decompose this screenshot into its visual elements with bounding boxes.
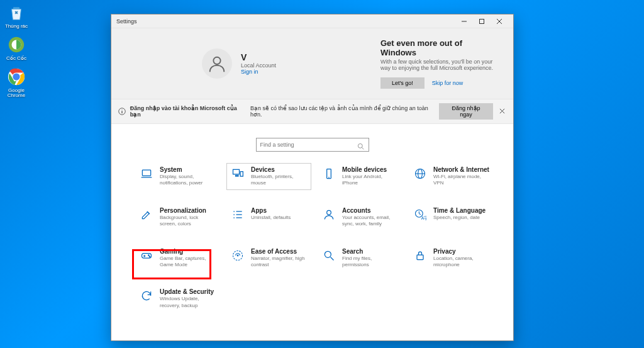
sign-in-link[interactable]: Sign in [241,69,276,75]
search-input[interactable] [260,142,357,148]
tile-ease-of-access[interactable]: Ease of AccessNarrator, magnifier, high … [226,245,311,272]
minimize-button[interactable] [455,15,473,28]
promo-title: Get even more out of Windows [380,38,498,57]
search-box[interactable] [256,138,369,152]
tile-label: Privacy [433,248,489,255]
desktop-icon-label: Google Chrome [3,88,30,99]
lock-icon [413,248,427,262]
svg-rect-17 [142,170,150,176]
tile-personalization[interactable]: PersonalizationBackground, lock screen, … [135,204,220,231]
svg-line-47 [331,257,334,260]
tile-desc: Bluetooth, printers, mouse [251,174,307,187]
desktop-icon-chrome[interactable]: Google Chrome [3,67,30,99]
tile-label: Apps [251,207,291,214]
svg-line-37 [419,213,421,215]
svg-line-16 [362,148,364,150]
tile-gaming[interactable]: GamingGame Bar, captures, Game Mode [135,245,220,272]
svg-point-43 [149,256,150,257]
apps-icon [231,207,245,221]
svg-point-15 [358,143,362,148]
svg-line-27 [147,211,150,214]
profile-name: V [241,52,276,62]
banner-login-button[interactable]: Đăng nhập ngay [439,103,493,120]
info-icon [118,107,126,116]
desktop-icon-recycle-bin[interactable]: Thùng rác [3,3,30,30]
svg-rect-19 [233,169,240,174]
desktop-icon-label: Cốc Cốc [6,56,26,62]
tile-update-security[interactable]: Update & SecurityWindows Update, recover… [135,285,220,312]
tile-desc: Find my files, permissions [342,255,398,269]
svg-point-42 [148,254,149,255]
recycle-bin-icon [6,3,26,23]
tile-desc: Background, lock screen, colors [160,215,216,228]
svg-rect-21 [240,172,243,177]
promo-subtitle: With a few quick selections, you'll be o… [380,59,498,71]
skip-link[interactable]: Skip for now [432,80,464,86]
svg-text:A字: A字 [421,216,426,220]
tile-desc: Game Bar, captures, Game Mode [160,255,216,269]
gaming-icon [140,248,153,262]
laptop-icon [140,166,153,180]
paint-icon [140,207,153,221]
desktop-icons: Thùng rác Cốc Cốc Google Chrome [3,3,30,99]
tile-system[interactable]: SystemDisplay, sound, notifications, pow… [135,163,220,190]
svg-point-46 [325,251,331,257]
tile-label: Accounts [342,207,398,214]
svg-rect-6 [480,19,484,23]
clock-lang-icon: A字 [413,207,427,221]
ease-icon [231,248,245,262]
lets-go-button[interactable]: Let's go! [380,77,425,89]
tile-desc: Display, sound, notifications, power [160,174,216,187]
search-cat-icon [322,248,336,262]
tile-apps[interactable]: AppsUninstall, defaults [226,204,311,231]
tile-label: Network & Internet [433,166,489,173]
category-grid: SystemDisplay, sound, notifications, pow… [111,163,513,312]
tile-desc: Narrator, magnifier, high contrast [251,255,307,269]
person-icon [322,207,336,221]
header-row: V Local Account Sign in Get even more ou… [111,28,513,99]
close-button[interactable] [491,15,508,28]
promo-block: Get even more out of Windows With a few … [378,38,498,89]
phone-icon [322,166,336,180]
tile-desc: Link your Android, iPhone [342,174,398,187]
account-type: Local Account [241,62,276,69]
tile-privacy[interactable]: PrivacyLocation, camera, microphone [409,245,494,272]
svg-point-9 [213,57,220,64]
tile-devices[interactable]: DevicesBluetooth, printers, mouse [226,163,311,190]
tile-label: Time & Language [433,207,486,214]
desktop-icon-coccoc[interactable]: Cốc Cốc [3,35,30,62]
tile-desc: Windows Update, recovery, backup [160,296,216,309]
maximize-button[interactable] [473,15,491,28]
banner-text: Bạn sẽ có thể sao lưu các tệp và ảnh của… [250,105,439,118]
tile-label: Mobile devices [342,166,398,173]
banner-bold: Đăng nhập vào tài khoản Microsoft của bạ… [130,105,248,118]
svg-rect-48 [417,255,423,260]
tile-search[interactable]: SearchFind my files, permissions [318,245,402,272]
tile-accounts[interactable]: AccountsYour accounts, email, sync, work… [318,204,402,231]
profile-block[interactable]: V Local Account Sign in [202,38,378,89]
window-title: Settings [116,18,137,25]
svg-point-34 [327,210,331,215]
search-wrap [111,124,513,163]
tile-desc: Your accounts, email, sync, work, family [342,215,398,228]
chrome-icon [6,67,26,87]
banner-close-icon[interactable] [497,108,507,115]
tile-desc: Speech, region, date [433,215,486,221]
tile-network-internet[interactable]: Network & InternetWi-Fi, airplane mode, … [409,163,494,190]
update-icon [140,288,153,302]
globe-icon [413,166,427,180]
devices-icon [231,166,245,180]
tile-desc: Uninstall, defaults [251,215,291,221]
svg-point-45 [237,255,238,256]
coccoc-icon [6,35,26,55]
tile-label: Gaming [160,248,216,255]
svg-rect-20 [236,176,238,177]
tile-label: Ease of Access [251,248,307,255]
tile-label: Personalization [160,207,216,214]
tile-time-language[interactable]: A字Time & LanguageSpeech, region, date [409,204,494,231]
avatar [202,48,232,79]
tile-desc: Location, camera, microphone [433,255,489,269]
signin-banner: Đăng nhập vào tài khoản Microsoft của bạ… [111,99,513,124]
tile-label: Devices [251,166,307,173]
tile-mobile-devices[interactable]: Mobile devicesLink your Android, iPhone [318,163,402,190]
